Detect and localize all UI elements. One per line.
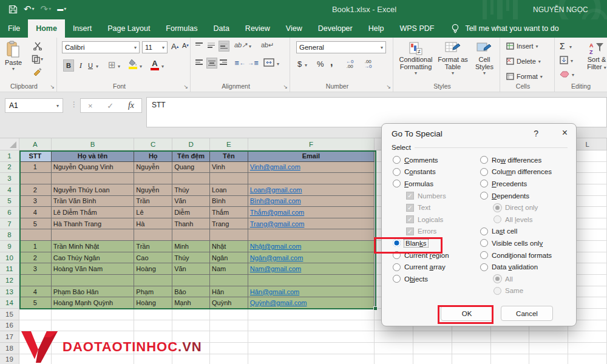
tell-me[interactable]: Tell me what you want to do [442, 19, 558, 38]
radio-icon[interactable] [480, 239, 488, 247]
cell-A13[interactable]: 4 [19, 286, 52, 298]
cell-C15[interactable] [134, 309, 172, 320]
cell-A5[interactable]: 3 [19, 196, 52, 207]
font-color-button[interactable]: A [151, 59, 159, 70]
cell-F3[interactable] [248, 173, 375, 184]
cell-I19[interactable] [452, 354, 491, 364]
row-header-14[interactable]: 14 [0, 297, 19, 309]
cell-L19[interactable] [568, 354, 607, 364]
cell-E4[interactable]: Loan [210, 184, 248, 196]
cell-A8[interactable] [19, 229, 52, 241]
cell-E16[interactable] [210, 320, 248, 332]
cell-A1[interactable]: STT [19, 150, 52, 162]
cell-F5[interactable]: Bình@gmail.com [248, 196, 375, 207]
cell-E9[interactable]: Nhật [210, 241, 248, 252]
row-header-8[interactable]: 8 [0, 229, 19, 241]
cut-button[interactable] [32, 42, 43, 50]
cell-F12[interactable] [248, 275, 375, 286]
radio-icon[interactable] [393, 251, 401, 259]
column-header-F[interactable]: F [248, 138, 375, 150]
paste-button[interactable]: Paste ▾ [5, 41, 22, 72]
cell-B15[interactable] [52, 309, 135, 320]
tab-view[interactable]: View [278, 19, 310, 38]
row-header-12[interactable]: 12 [0, 275, 19, 286]
column-header-E[interactable]: E [210, 138, 248, 150]
format-cells-button[interactable]: Format▾ [506, 73, 543, 80]
row-header-2[interactable]: 2 [0, 162, 19, 174]
option-current-region[interactable]: Current region [393, 249, 476, 261]
fill-button[interactable] [560, 56, 568, 64]
option-conditional-formats[interactable]: Conditional formats [480, 249, 572, 261]
tab-wps-pdf[interactable]: WPS PDF [392, 19, 442, 38]
cell-C8[interactable] [134, 229, 172, 241]
cell-F1[interactable]: Email [248, 150, 375, 162]
borders-button[interactable]: ⊞ [108, 59, 116, 70]
radio-icon[interactable] [480, 251, 488, 259]
underline-button[interactable]: U [86, 59, 95, 72]
cell-E17[interactable] [210, 331, 248, 343]
cell-D6[interactable]: Diễm [172, 207, 210, 218]
radio-icon[interactable] [393, 263, 401, 271]
cell-E2[interactable]: Vinh [210, 162, 248, 174]
cell-D10[interactable]: Thúy [172, 252, 210, 264]
cell-C6[interactable]: Lê [134, 207, 172, 218]
cell-G17[interactable] [375, 331, 413, 343]
email-link[interactable]: Hân@gmail.com [250, 288, 299, 295]
cell-F4[interactable]: Loan@gmail.com [248, 184, 375, 196]
cell-C1[interactable]: Họ [134, 150, 172, 162]
increase-indent-button[interactable]: →≣ [248, 59, 259, 66]
radio-icon[interactable] [393, 180, 401, 187]
cell-B2[interactable]: Nguyễn Quang Vinh [52, 162, 135, 174]
cell-J18[interactable] [491, 343, 530, 354]
insert-cells-button[interactable]: Insert▾ [506, 42, 538, 50]
align-center-button[interactable] [206, 58, 217, 69]
email-link[interactable]: Bình@gmail.com [250, 197, 301, 204]
option-blanks[interactable]: Blanks [393, 237, 476, 249]
cell-B5[interactable]: Trần Văn Bình [52, 196, 135, 207]
radio-icon[interactable] [480, 168, 488, 176]
radio-icon[interactable] [480, 156, 488, 164]
cell-D8[interactable] [172, 229, 210, 241]
align-left-button[interactable] [195, 59, 203, 65]
cell-styles-button[interactable]: Cell Styles ▾ [471, 41, 498, 76]
column-header-D[interactable]: D [172, 138, 210, 150]
format-as-table-button[interactable]: Format as Table ▾ [436, 41, 470, 76]
email-link[interactable]: Vinh@gmail.com [250, 163, 300, 170]
cell-A15[interactable] [19, 309, 52, 320]
cell-E8[interactable] [210, 229, 248, 241]
cell-B14[interactable]: Hoàng Mạnh Quỳnh [52, 297, 135, 309]
cell-D16[interactable] [172, 320, 210, 332]
radio-icon[interactable] [480, 263, 488, 271]
increase-font-button[interactable]: A▴ [171, 42, 178, 51]
cell-D13[interactable]: Bảo [172, 286, 210, 298]
cell-E1[interactable]: Tên [210, 150, 248, 162]
cell-B10[interactable]: Cao Thúy Ngân [52, 252, 135, 264]
format-painter-button[interactable] [32, 68, 43, 76]
cell-E18[interactable] [210, 343, 248, 354]
dialog-launcher-icon[interactable]: ↘ [50, 84, 55, 90]
name-box[interactable]: A1 ▾ [5, 98, 63, 113]
option-row-differences[interactable]: Row differences [480, 154, 572, 166]
cell-E11[interactable]: Nam [210, 263, 248, 275]
align-top-button[interactable] [195, 42, 203, 48]
cell-C9[interactable]: Trần [134, 241, 172, 252]
italic-button[interactable]: I [76, 59, 85, 72]
row-header-6[interactable]: 6 [0, 207, 19, 218]
cell-F2[interactable]: Vinh@gmail.com [248, 162, 375, 174]
cell-A12[interactable] [19, 275, 52, 286]
decrease-decimal-button[interactable]: .00→0 [364, 59, 371, 69]
cell-F17[interactable] [248, 331, 375, 343]
clear-button[interactable] [560, 70, 569, 78]
redo-button[interactable]: ↷▾ [41, 2, 52, 16]
chevron-down-icon[interactable]: ▾ [277, 61, 279, 67]
cell-J17[interactable] [491, 331, 530, 343]
chevron-down-icon[interactable]: ▾ [161, 64, 164, 69]
email-link[interactable]: Trang@gmail.com [250, 220, 305, 228]
cell-C16[interactable] [134, 320, 172, 332]
tab-developer[interactable]: Developer [310, 19, 361, 38]
email-link[interactable]: Loan@gmail.com [250, 186, 302, 194]
fill-color-button[interactable] [129, 59, 137, 69]
cell-D7[interactable]: Thanh [172, 218, 210, 230]
cell-C10[interactable]: Cao [134, 252, 172, 264]
radio-icon[interactable] [480, 192, 488, 200]
